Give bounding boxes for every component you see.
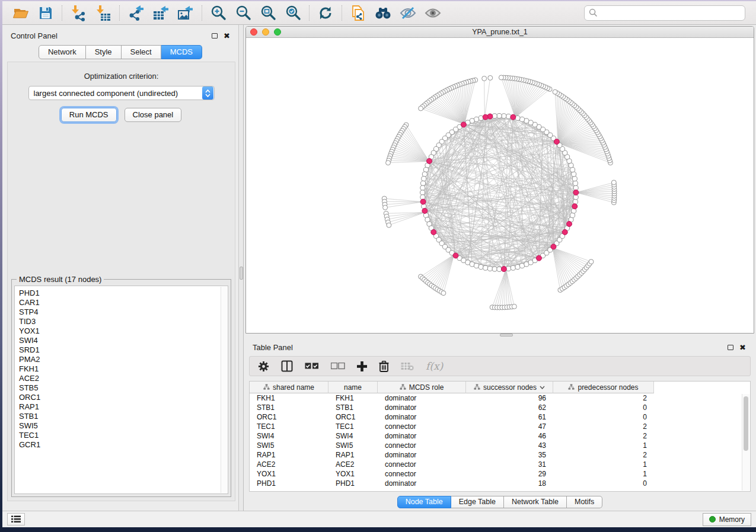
select-all-columns-button[interactable] <box>305 363 319 370</box>
column-header-shared-name[interactable]: shared name <box>250 382 328 393</box>
splitter-grip[interactable] <box>240 267 243 280</box>
zoom-fit-button[interactable] <box>256 4 280 23</box>
eye-icon <box>424 6 442 20</box>
table-tab-network-table[interactable]: Network Table <box>504 496 567 508</box>
result-list-scrollbar[interactable] <box>221 287 227 493</box>
table-tab-motifs[interactable]: Motifs <box>567 496 602 508</box>
mcds-result-item[interactable]: ORC1 <box>19 393 228 402</box>
table-row[interactable]: FKH1FKH1dominator962 <box>250 393 750 403</box>
deselect-all-columns-button[interactable] <box>331 363 345 370</box>
mcds-result-item[interactable]: STB1 <box>19 412 228 421</box>
table-settings-button[interactable] <box>258 361 269 372</box>
delete-columns-button[interactable] <box>379 361 389 372</box>
table-row[interactable]: TEC1TEC1connector472 <box>250 422 750 431</box>
cell-successor-nodes: 35 <box>466 451 553 459</box>
zoom-out-button[interactable] <box>231 4 256 23</box>
table-row[interactable]: STB1STB1dominator620 <box>250 403 750 412</box>
zoom-selected-button[interactable] <box>280 4 305 23</box>
table-row[interactable]: RAP1RAP1dominator352 <box>250 450 750 460</box>
global-search-field[interactable] <box>584 5 745 21</box>
export-image-button[interactable] <box>173 4 198 23</box>
table-tab-node-table[interactable]: Node Table <box>397 496 451 508</box>
mcds-result-item[interactable]: CAR1 <box>19 298 228 307</box>
node-table[interactable]: shared namenameMCDS rolesuccessor nodesp… <box>249 381 751 492</box>
mcds-result-item[interactable]: PMA2 <box>19 355 228 364</box>
import-network-button[interactable] <box>66 4 91 23</box>
zoom-fit-icon <box>260 5 276 21</box>
column-header-MCDS-role[interactable]: MCDS role <box>378 382 466 393</box>
cell-successor-nodes: 29 <box>466 470 553 478</box>
open-file-button[interactable] <box>8 4 33 23</box>
export-image-icon <box>177 5 194 21</box>
import-table-button[interactable] <box>91 4 116 23</box>
table-row[interactable]: PHD1PHD1dominator180 <box>250 479 750 488</box>
close-panel-icon[interactable]: ✖ <box>739 344 746 351</box>
table-row[interactable]: ACE2ACE2connector311 <box>250 460 750 469</box>
mcds-result-item[interactable]: SRD1 <box>19 345 228 355</box>
mcds-result-list[interactable]: PHD1CAR1STP4TID3YOX1SWI4SRD1PMA2FKH1ACE2… <box>14 286 228 494</box>
mcds-result-item[interactable]: FKH1 <box>19 364 228 374</box>
hide-selected-button[interactable] <box>395 4 420 23</box>
table-row[interactable]: SWI4SWI4dominator462 <box>250 431 750 441</box>
save-session-button[interactable] <box>33 4 58 23</box>
cell-shared-name: ACE2 <box>250 460 328 469</box>
delete-table-button-disabled <box>401 361 414 371</box>
mcds-result-item[interactable]: ACE2 <box>19 374 228 383</box>
export-table-button[interactable] <box>148 4 173 23</box>
mcds-result-item[interactable]: YOX1 <box>19 326 228 336</box>
refresh-icon <box>318 5 333 21</box>
column-header-name[interactable]: name <box>328 382 378 393</box>
tab-style[interactable]: Style <box>86 45 122 59</box>
network-canvas[interactable] <box>246 38 754 333</box>
mcds-result-item[interactable]: GCR1 <box>19 440 228 450</box>
mcds-result-item[interactable]: TID3 <box>19 317 228 326</box>
cell-successor-nodes: 47 <box>466 422 553 431</box>
close-panel-icon[interactable]: ✖ <box>224 32 230 40</box>
zoom-in-button[interactable] <box>206 4 231 23</box>
network-window-titlebar[interactable]: YPA_prune.txt_1 <box>246 27 754 38</box>
mcds-result-item[interactable]: PHD1 <box>19 289 228 298</box>
mcds-result-item[interactable]: STB5 <box>19 383 228 393</box>
toggle-column-panel-button[interactable] <box>281 360 293 372</box>
tab-select[interactable]: Select <box>122 45 161 59</box>
refresh-view-button[interactable] <box>313 4 338 23</box>
cell-shared-name: SWI4 <box>250 432 328 440</box>
cell-successor-nodes: 18 <box>466 479 553 488</box>
mcds-result-item[interactable]: STP4 <box>19 307 228 317</box>
table-tab-edge-table[interactable]: Edge Table <box>451 496 504 508</box>
table-row[interactable]: YOX1YOX1connector291 <box>250 469 750 479</box>
mcds-result-item[interactable]: TEC1 <box>19 431 228 440</box>
table-scrollbar-thumb[interactable] <box>744 396 748 451</box>
vertical-splitter[interactable] <box>238 25 244 511</box>
mcds-result-item[interactable]: SWI4 <box>19 336 228 345</box>
optimization-criterion-select[interactable]: largest connected component (undirected) <box>28 86 215 100</box>
tab-mcds[interactable]: MCDS <box>161 45 202 59</box>
float-panel-icon[interactable] <box>728 345 733 350</box>
zoom-in-icon <box>210 5 227 21</box>
search-input[interactable] <box>601 8 741 17</box>
table-row[interactable]: SWI5SWI5connector431 <box>250 441 750 450</box>
cell-name: STB1 <box>328 403 378 412</box>
table-row[interactable]: ORC1ORC1dominator610 <box>250 412 750 422</box>
duplicate-network-button[interactable] <box>346 4 371 23</box>
run-mcds-button[interactable]: Run MCDS <box>61 108 117 122</box>
column-header-predecessor-nodes[interactable]: predecessor nodes <box>553 382 654 393</box>
control-panel-tabs: NetworkStyleSelectMCDS <box>2 45 238 59</box>
tab-network[interactable]: Network <box>39 45 86 59</box>
column-header-successor-nodes[interactable]: successor nodes <box>466 382 553 393</box>
float-panel-icon[interactable] <box>212 33 218 39</box>
mcds-result-item[interactable]: SWI5 <box>19 421 228 431</box>
export-network-button[interactable] <box>123 4 148 23</box>
mcds-result-groupbox: MCDS result (17 nodes) PHD1CAR1STP4TID3Y… <box>11 279 231 497</box>
mcds-result-item[interactable]: RAP1 <box>19 402 228 412</box>
close-panel-button[interactable]: Close panel <box>125 108 182 122</box>
search-network-button[interactable] <box>371 4 395 23</box>
cell-MCDS-role: dominator <box>378 479 466 488</box>
add-column-button[interactable] <box>357 361 367 371</box>
import-table-icon <box>95 5 111 21</box>
splitter-grip[interactable] <box>500 334 513 336</box>
memory-button[interactable]: Memory <box>703 513 751 526</box>
table-scrollbar[interactable] <box>742 394 749 491</box>
show-all-button[interactable] <box>420 4 445 23</box>
show-panel-list-button[interactable] <box>7 513 25 525</box>
